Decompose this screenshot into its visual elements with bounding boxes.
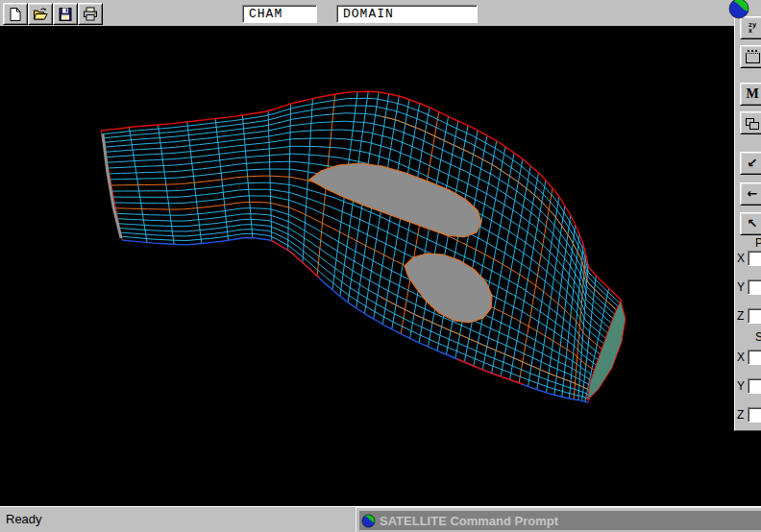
- axis-label: X: [737, 252, 745, 265]
- axis-row: X: [735, 350, 761, 367]
- mesh-longitudinal-line: [121, 233, 589, 399]
- toolbar: [0, 0, 734, 28]
- axis-label: Y: [737, 379, 745, 393]
- mesh-toggle-button[interactable]: M: [740, 83, 761, 106]
- domain-field[interactable]: [336, 5, 478, 23]
- outlet-face: [587, 301, 626, 400]
- window-outline-icon: [746, 53, 760, 63]
- arrow-down-left-button[interactable]: ↙: [740, 152, 761, 175]
- axis-value-field[interactable]: [748, 308, 761, 324]
- mesh-longitudinal-line: [115, 196, 601, 368]
- arrow-up-left-icon: ↖: [748, 214, 758, 233]
- command-prompt-window[interactable]: SATELLITE Command Prompt: [356, 507, 761, 532]
- toolbar-buttons: [3, 3, 103, 25]
- arrow-down-left-icon: ↙: [748, 154, 758, 173]
- xyz-values-icon: zy x: [749, 22, 756, 34]
- mesh-toggle-icon: M: [746, 85, 758, 104]
- axis-row: Y: [735, 378, 761, 396]
- axis-label: X: [737, 351, 745, 364]
- group-label-0: P: [755, 236, 761, 250]
- satellite-globe-icon: [361, 514, 376, 528]
- new-button[interactable]: [3, 3, 28, 25]
- axis-label: Z: [737, 408, 744, 422]
- arrow-up-left-button[interactable]: ↖: [740, 212, 761, 235]
- save-button[interactable]: [53, 3, 78, 25]
- status-text: Ready: [6, 507, 42, 532]
- save-floppy-icon: [58, 7, 73, 22]
- viewport-canvas[interactable]: [0, 0, 761, 532]
- case-field[interactable]: [242, 5, 317, 23]
- group-label-1: S: [755, 330, 761, 344]
- axis-value-field[interactable]: [748, 378, 761, 394]
- axis-label: Z: [737, 309, 744, 323]
- command-prompt-titlebar[interactable]: SATELLITE Command Prompt: [359, 511, 761, 530]
- objects-icon: [746, 118, 754, 126]
- axis-value-field[interactable]: [748, 407, 761, 423]
- axis-row: Y: [735, 279, 761, 297]
- phoenics-logo-icon: [727, 0, 750, 21]
- side-panel: zy xM↙←↖PXYZSXYZ: [734, 0, 761, 431]
- objects-button[interactable]: [740, 111, 761, 134]
- axis-value-field[interactable]: [748, 251, 761, 266]
- axis-row: Z: [735, 407, 761, 424]
- arrow-left-button[interactable]: ←: [740, 182, 761, 206]
- print-button[interactable]: [78, 3, 103, 25]
- axis-row: Z: [735, 308, 761, 326]
- new-file-icon: [8, 7, 23, 22]
- window-outline-button[interactable]: [740, 45, 761, 68]
- axis-value-field[interactable]: [748, 279, 761, 295]
- arrow-left-icon: ←: [748, 184, 758, 204]
- satellite-app-window: { "toolbar": { "buttons": [ {"name": "ne…: [0, 0, 761, 532]
- open-button[interactable]: [28, 3, 53, 25]
- command-prompt-title: SATELLITE Command Prompt: [380, 514, 558, 528]
- open-folder-icon: [33, 7, 48, 22]
- print-icon: [83, 7, 98, 22]
- axis-row: X: [735, 251, 761, 268]
- axis-label: Y: [737, 280, 745, 294]
- axis-value-field[interactable]: [748, 350, 761, 365]
- upper-island: [309, 163, 481, 237]
